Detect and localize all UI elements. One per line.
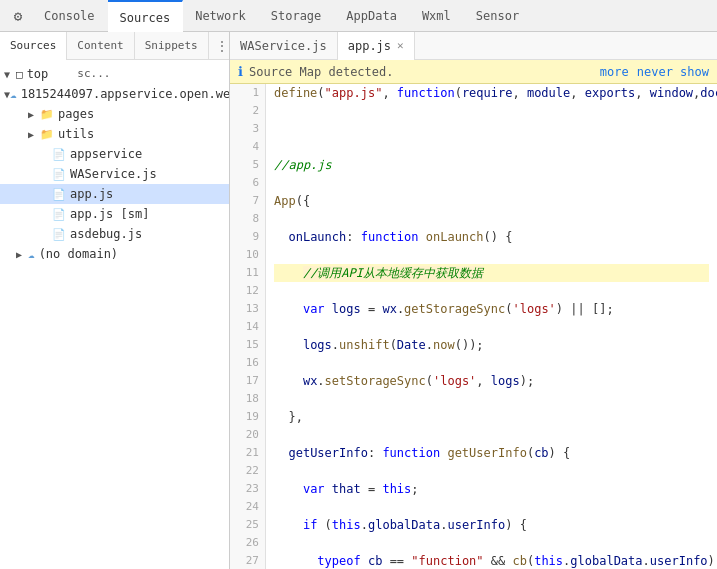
- code-line: wx.setStorageSync('logs', logs);: [274, 372, 709, 390]
- more-link[interactable]: more: [600, 65, 629, 79]
- tree-item-appjs-sm[interactable]: 📄 app.js [sm]: [0, 204, 229, 224]
- tree-item-utils[interactable]: ▶ 📁 utils: [0, 124, 229, 144]
- tree-label-pages: pages: [58, 107, 94, 121]
- tree-label-appservice: 1815244097.appservice.open.wei...: [21, 87, 229, 101]
- devtools-logo: ⚙: [4, 0, 32, 32]
- code-line: [274, 120, 709, 138]
- close-appjs-button[interactable]: ✕: [397, 39, 404, 52]
- tree-label-appjs-sm: app.js [sm]: [70, 207, 149, 221]
- info-links: more never show: [600, 65, 709, 79]
- tree-item-waservice[interactable]: 📄 WAService.js: [0, 164, 229, 184]
- info-bar: ℹ Source Map detected. more never show: [230, 60, 717, 84]
- tree-label-asdebug: asdebug.js: [70, 227, 142, 241]
- top-tab-bar: ⚙ Console Sources Network Storage AppDat…: [0, 0, 717, 32]
- right-panel: WAService.js app.js ✕ ℹ Source Map detec…: [230, 32, 717, 569]
- code-line: logs.unshift(Date.now());: [274, 336, 709, 354]
- main-container: Sources Content sc... Snippets ⋮ ▼ □ top…: [0, 32, 717, 569]
- sub-tab-sources[interactable]: Sources: [0, 32, 67, 60]
- tree-label-appjs: app.js: [70, 187, 113, 201]
- tree-item-pages[interactable]: ▶ 📁 pages: [0, 104, 229, 124]
- tree-item-appservice-file[interactable]: 📄 appservice: [0, 144, 229, 164]
- tab-storage[interactable]: Storage: [259, 0, 335, 32]
- code-line: //调用API从本地缓存中获取数据: [274, 264, 709, 282]
- file-tab-waservice[interactable]: WAService.js: [230, 32, 338, 60]
- tree-label-waservice: WAService.js: [70, 167, 157, 181]
- sub-tab-content[interactable]: Content sc...: [67, 32, 134, 60]
- sub-tab-bar: Sources Content sc... Snippets ⋮: [0, 32, 229, 60]
- code-line: if (this.globalData.userInfo) {: [274, 516, 709, 534]
- file-tab-appjs-label: app.js: [348, 39, 391, 53]
- code-line: var that = this;: [274, 480, 709, 498]
- file-tab-appjs[interactable]: app.js ✕: [338, 32, 415, 60]
- tree-label-appservice-file: appservice: [70, 147, 142, 161]
- file-tree: ▼ □ top ▼ ☁ 1815244097.appservice.open.w…: [0, 60, 229, 569]
- code-line: //app.js: [274, 156, 709, 174]
- code-line: define("app.js", function(require, modul…: [274, 84, 709, 102]
- tree-item-asdebug[interactable]: 📄 asdebug.js: [0, 224, 229, 244]
- sub-tab-snippets[interactable]: Snippets: [135, 32, 209, 60]
- code-line: App({: [274, 192, 709, 210]
- code-line: },: [274, 408, 709, 426]
- tab-console[interactable]: Console: [32, 0, 108, 32]
- tab-sensor[interactable]: Sensor: [464, 0, 532, 32]
- code-area[interactable]: 12345 678910 1112131415 1617181920 21222…: [230, 84, 717, 569]
- tab-sources[interactable]: Sources: [108, 0, 184, 32]
- code-content[interactable]: define("app.js", function(require, modul…: [266, 84, 717, 569]
- line-numbers: 12345 678910 1112131415 1617181920 21222…: [230, 84, 266, 569]
- code-line: onLaunch: function onLaunch() {: [274, 228, 709, 246]
- tab-wxml[interactable]: Wxml: [410, 0, 464, 32]
- left-panel: Sources Content sc... Snippets ⋮ ▼ □ top…: [0, 32, 230, 569]
- never-show-link[interactable]: never show: [637, 65, 709, 79]
- code-line: getUserInfo: function getUserInfo(cb) {: [274, 444, 709, 462]
- info-message: Source Map detected.: [249, 65, 394, 79]
- file-tab-waservice-label: WAService.js: [240, 39, 327, 53]
- tab-network[interactable]: Network: [183, 0, 259, 32]
- tree-label-nodomain: (no domain): [39, 247, 118, 261]
- info-icon: ℹ: [238, 64, 243, 79]
- tree-item-appservice[interactable]: ▼ ☁ 1815244097.appservice.open.wei...: [0, 84, 229, 104]
- code-line: var logs = wx.getStorageSync('logs') || …: [274, 300, 709, 318]
- tree-item-nodomain[interactable]: ▶ ☁ (no domain): [0, 244, 229, 264]
- tree-item-top[interactable]: ▼ □ top: [0, 64, 229, 84]
- tree-label-top: top: [27, 67, 49, 81]
- tab-appdata[interactable]: AppData: [334, 0, 410, 32]
- tree-label-utils: utils: [58, 127, 94, 141]
- file-tab-bar: WAService.js app.js ✕: [230, 32, 717, 60]
- code-line: typeof cb == "function" && cb(this.globa…: [274, 552, 709, 569]
- tree-item-appjs[interactable]: 📄 app.js: [0, 184, 229, 204]
